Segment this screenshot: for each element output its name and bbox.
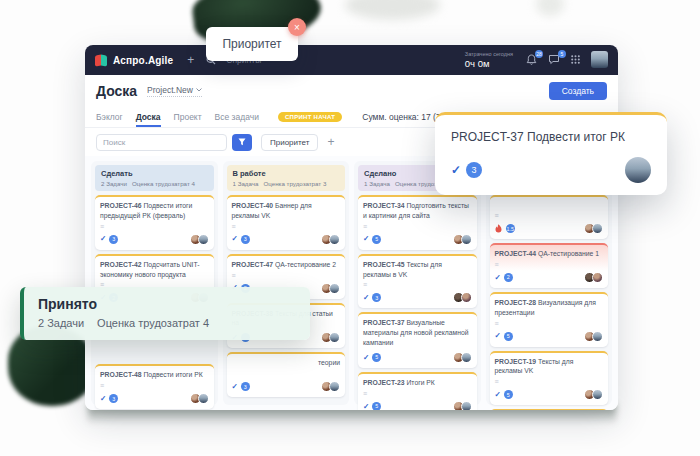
description-icon: ≡ [495, 212, 604, 219]
description-icon: ≡ [100, 223, 209, 230]
description-icon: ≡ [100, 382, 209, 389]
app-window: Аспро.Agile + Спринты Затрачено сегодня … [85, 45, 618, 410]
task-card[interactable]: ≡ 1.5 [490, 195, 609, 239]
leaf-decoration [345, 0, 440, 20]
leaf-decoration [536, 0, 564, 16]
task-card[interactable]: PROJECT-34 Подготовить тексты и картинки… [358, 195, 477, 250]
popover-title: PROJECT-37 Подвести итог РК [451, 130, 651, 144]
estimate-badge: 5 [372, 402, 381, 410]
project-select[interactable]: Project.New [147, 85, 202, 97]
app-name: Аспро.Agile [113, 55, 173, 66]
description-icon: ≡ [495, 261, 604, 268]
estimate-badge: 3 [241, 235, 250, 244]
avatar [592, 389, 603, 400]
accepted-callout: Принято 2 ЗадачиОценка трудозатрат 4 [20, 287, 310, 340]
column-done: Сделано 1 ЗадачаОценка трудозатрат 6 PRO… [354, 161, 481, 405]
description-icon: ≡ [232, 272, 341, 279]
avatar [198, 393, 209, 404]
estimate-badge: 5 [504, 390, 513, 399]
check-icon: ✓ [100, 235, 106, 243]
avatar [461, 292, 472, 303]
estimate-badge: 3 [241, 382, 250, 391]
task-card[interactable]: PROJECT-37 Визуальные материалы для ново… [358, 312, 477, 368]
avatar [329, 332, 340, 343]
check-icon: ✓ [363, 294, 369, 302]
avatar [461, 352, 472, 363]
description-icon: ≡ [363, 281, 472, 288]
estimate-badge: 3 [109, 235, 118, 244]
estimate-badge: 3 [109, 394, 118, 403]
check-icon: ✓ [100, 395, 106, 403]
estimate-badge: 3 [372, 293, 381, 302]
description-icon: ≡ [363, 390, 472, 397]
estimate-badge: 5 [372, 235, 381, 244]
user-avatar[interactable] [591, 51, 608, 68]
funnel-icon [238, 138, 246, 146]
avatar [198, 234, 209, 245]
check-icon: ✓ [495, 332, 501, 340]
avatar [625, 157, 651, 183]
avatar [592, 331, 603, 342]
priority-filter-chip[interactable]: Приоритет [261, 134, 318, 151]
estimate-badge: 3 [466, 162, 482, 178]
description-icon: ≡ [363, 223, 472, 230]
chat-icon[interactable]: 5 [548, 54, 560, 65]
column-header: В работе 1 ЗадачаОценка трудозатрат 3 [227, 165, 346, 191]
task-card[interactable]: PROJECT-19 Тексты для рекламы VK ≡ ✓5 [490, 351, 609, 406]
task-card[interactable]: PROJECT-28 Визуализация для презентации … [490, 292, 609, 347]
task-card[interactable]: PROJECT-48 Подвести итоги РК ≡ ✓3 [95, 364, 214, 409]
priority-tooltip: Приоритет × [206, 27, 298, 61]
estimate-badge: 5 [504, 332, 513, 341]
search-input[interactable] [96, 134, 227, 151]
tab-backlog[interactable]: Бэклог [96, 106, 123, 127]
description-icon: ≡ [495, 378, 604, 385]
task-card[interactable]: теории ✓3 [227, 352, 346, 397]
fire-icon [495, 224, 502, 233]
estimate-badge: 1.5 [506, 224, 515, 233]
bell-badge: 28 [535, 50, 543, 58]
page-title: Доска [96, 83, 137, 99]
page-header: Доска Project.New Создать [85, 75, 618, 106]
task-card[interactable]: PROJECT-16 Подвести итоги РК ≡ [490, 409, 609, 410]
column-in-progress: В работе 1 ЗадачаОценка трудозатрат 3 PR… [223, 161, 350, 405]
column-accepted: Принято 2 ЗадачиОценка трудозатрат 4 ≡ 1… [486, 161, 613, 405]
top-navbar: Аспро.Agile + Спринты Затрачено сегодня … [85, 45, 618, 75]
tab-project[interactable]: Проект [174, 106, 202, 127]
close-icon[interactable]: × [288, 18, 306, 36]
time-tracker: Затрачено сегодня 0ч 0м [465, 51, 513, 69]
check-icon: ✓ [232, 383, 238, 391]
tab-board[interactable]: Доска [136, 106, 161, 127]
app-logo-icon [95, 54, 108, 67]
filter-funnel-button[interactable] [232, 134, 252, 151]
avatar [592, 223, 603, 234]
check-icon: ✓ [451, 163, 461, 177]
check-icon: ✓ [363, 354, 369, 362]
add-filter-icon[interactable]: + [327, 136, 334, 148]
estimate-badge: 2 [504, 273, 513, 282]
chat-badge: 5 [558, 50, 566, 58]
column-header: Сделать 2 ЗадачиОценка трудозатрат 4 [95, 165, 214, 191]
avatar [461, 401, 472, 410]
description-icon: ≡ [232, 223, 341, 230]
apps-grid-icon[interactable] [571, 55, 580, 64]
avatar [329, 234, 340, 245]
estimate-badge: 5 [372, 353, 381, 362]
create-button[interactable]: Создать [549, 82, 607, 100]
description-icon: ≡ [495, 320, 604, 327]
avatar [329, 283, 340, 294]
task-card[interactable]: PROJECT-45 Тексты для рекламы в VK ≡ ✓3 [358, 254, 477, 309]
task-card[interactable]: PROJECT-40 Баннер для рекламы VK ≡ ✓3 [227, 195, 346, 250]
tab-all-tasks[interactable]: Все задачи [215, 106, 259, 127]
task-card[interactable]: PROJECT-44 QA-тестирование 1 ≡ ✓2 [490, 243, 609, 288]
add-icon[interactable]: + [187, 54, 194, 66]
avatar [592, 272, 603, 283]
check-icon: ✓ [495, 391, 501, 399]
task-popover[interactable]: PROJECT-37 Подвести итог РК ✓ 3 [435, 112, 667, 195]
task-card[interactable]: PROJECT-46 Подвести итоги предыдущей РК … [95, 195, 214, 250]
notifications-bell-icon[interactable]: 28 [526, 54, 537, 66]
check-icon: ✓ [363, 235, 369, 243]
task-card[interactable]: PROJECT-23 Итоги РК ≡ ✓5 [358, 372, 477, 410]
check-icon: ✓ [363, 403, 369, 411]
check-icon: ✓ [495, 274, 501, 282]
avatar [329, 381, 340, 392]
